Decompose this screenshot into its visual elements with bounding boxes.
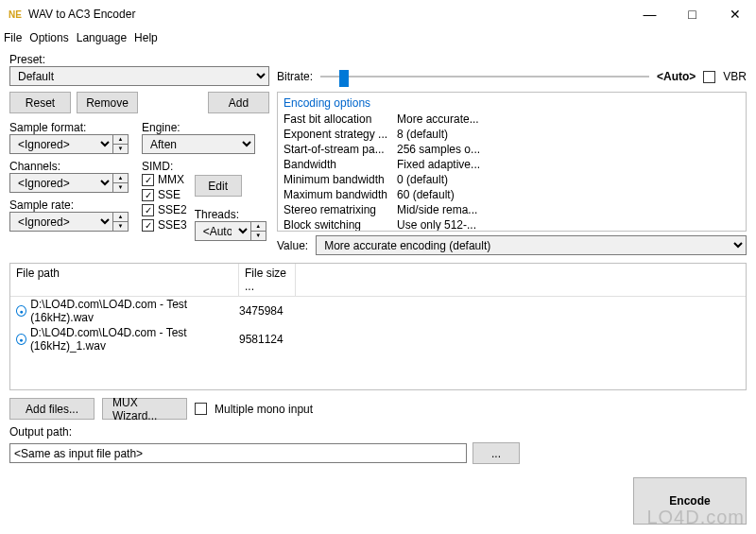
preset-select[interactable]: Default <box>9 66 269 86</box>
sample-format-spinner[interactable]: ▲▼ <box>113 134 129 154</box>
col-path-header[interactable]: File path <box>10 264 239 296</box>
vbr-label: VBR <box>723 70 747 83</box>
sse2-checkbox[interactable] <box>142 204 154 216</box>
file-table[interactable]: File path File size ... ●D:\LO4D.com\LO4… <box>9 263 747 390</box>
add-files-button[interactable]: Add files... <box>9 398 94 420</box>
simd-label: SIMD: <box>142 160 187 173</box>
app-icon: NE <box>8 7 23 22</box>
remove-button[interactable]: Remove <box>77 92 138 113</box>
file-icon: ● <box>16 334 26 345</box>
bitrate-auto: <Auto> <box>657 70 696 83</box>
engine-select[interactable]: Aften <box>142 134 255 154</box>
option-row: Maximum bandwidth60 (default) <box>278 187 746 202</box>
bitrate-slider[interactable] <box>320 67 649 86</box>
option-row: Minimum bandwidth0 (default) <box>278 172 746 187</box>
encoding-options-header: Encoding options <box>278 95 746 112</box>
close-button[interactable]: ✕ <box>713 0 756 28</box>
threads-label: Threads: <box>195 208 266 221</box>
value-select[interactable]: More accurate encoding (default) <box>316 235 747 255</box>
option-row: Block switchingUse only 512-... <box>278 217 746 232</box>
file-icon: ● <box>16 305 26 317</box>
preset-label: Preset: <box>9 53 269 66</box>
channels-spinner[interactable]: ▲▼ <box>113 173 129 193</box>
menu-file[interactable]: File <box>4 31 22 44</box>
sample-format-label: Sample format: <box>9 121 132 134</box>
table-row: ●D:\LO4D.com\LO4D.com - Test (16kHz)_1.w… <box>10 325 746 353</box>
titlebar: NE WAV to AC3 Encoder — □ ✕ <box>0 0 756 28</box>
file-table-header: File path File size ... <box>10 264 746 297</box>
option-row: BandwidthFixed adaptive... <box>278 157 746 172</box>
edit-button[interactable]: Edit <box>195 175 242 197</box>
window-title: WAV to AC3 Encoder <box>28 8 135 21</box>
sample-rate-select[interactable]: <Ignored> <box>9 212 113 232</box>
output-path-label: Output path: <box>9 425 747 439</box>
engine-label: Engine: <box>142 121 269 134</box>
sample-rate-spinner[interactable]: ▲▼ <box>113 212 129 232</box>
menubar: File Options Language Help <box>0 28 756 47</box>
sample-rate-label: Sample rate: <box>9 198 132 212</box>
option-row: Exponent strategy ...8 (default) <box>278 127 746 142</box>
output-path-input[interactable] <box>9 443 467 463</box>
menu-options[interactable]: Options <box>29 31 68 44</box>
browse-button[interactable]: ... <box>472 442 520 464</box>
threads-spinner[interactable]: ▲▼ <box>251 221 266 241</box>
col-size-header[interactable]: File size ... <box>239 264 296 296</box>
minimize-button[interactable]: — <box>628 0 671 28</box>
option-row: Stereo rematrixingMid/side rema... <box>278 202 746 217</box>
sse-checkbox[interactable] <box>142 189 154 201</box>
sample-format-select[interactable]: <Ignored> <box>9 134 113 154</box>
menu-help[interactable]: Help <box>134 31 158 44</box>
multi-mono-label: Multiple mono input <box>215 403 313 416</box>
vbr-checkbox[interactable] <box>703 71 715 83</box>
maximize-button[interactable]: □ <box>671 0 713 28</box>
menu-language[interactable]: Language <box>77 31 127 44</box>
mmx-checkbox[interactable] <box>142 174 154 186</box>
channels-select[interactable]: <Ignored> <box>9 173 113 193</box>
option-row: Start-of-stream pa...256 samples o... <box>278 142 746 157</box>
value-label: Value: <box>277 239 308 252</box>
encoding-options-list[interactable]: Encoding options Fast bit allocationMore… <box>277 92 747 232</box>
mux-wizard-button[interactable]: MUX Wizard... <box>102 398 187 420</box>
encode-button[interactable]: Encode <box>633 477 747 525</box>
threads-select[interactable]: <Auto> <box>195 221 251 241</box>
option-row: Fast bit allocationMore accurate... <box>278 112 746 127</box>
table-row: ●D:\LO4D.com\LO4D.com - Test (16kHz).wav… <box>10 297 746 325</box>
multi-mono-checkbox[interactable] <box>195 403 207 415</box>
bitrate-label: Bitrate: <box>277 70 313 83</box>
sse3-checkbox[interactable] <box>142 219 154 232</box>
add-button[interactable]: Add <box>208 92 269 113</box>
channels-label: Channels: <box>9 160 132 173</box>
reset-button[interactable]: Reset <box>9 92 71 113</box>
